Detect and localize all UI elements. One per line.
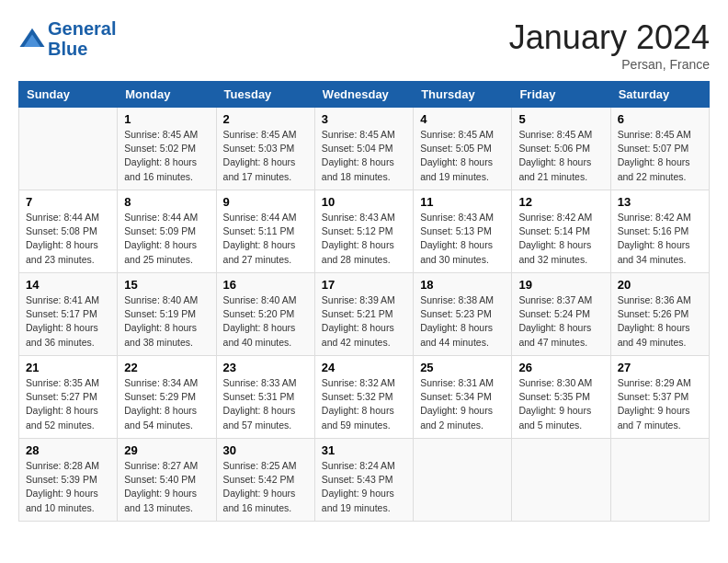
day-number: 7: [26, 195, 110, 209]
col-tuesday: Tuesday: [216, 82, 314, 108]
day-number: 5: [518, 112, 603, 126]
calendar-cell: 31Sunrise: 8:24 AMSunset: 5:43 PMDayligh…: [314, 439, 413, 522]
calendar-week-1: 7Sunrise: 8:44 AMSunset: 5:08 PMDaylight…: [19, 190, 710, 273]
calendar-cell: 1Sunrise: 8:45 AMSunset: 5:02 PMDaylight…: [118, 108, 216, 190]
page-header: General Blue January 2024 Persan, France: [18, 18, 710, 72]
col-friday: Friday: [512, 82, 610, 108]
calendar-header: Sunday Monday Tuesday Wednesday Thursday…: [19, 82, 710, 108]
calendar-cell: 30Sunrise: 8:25 AMSunset: 5:42 PMDayligh…: [216, 439, 314, 522]
day-detail: Sunrise: 8:29 AMSunset: 5:37 PMDaylight:…: [618, 376, 702, 432]
day-detail: Sunrise: 8:45 AMSunset: 5:02 PMDaylight:…: [124, 128, 209, 184]
calendar-week-0: 1Sunrise: 8:45 AMSunset: 5:02 PMDaylight…: [19, 108, 710, 190]
day-detail: Sunrise: 8:38 AMSunset: 5:23 PMDaylight:…: [420, 293, 505, 350]
month-title: January 2024: [509, 18, 710, 57]
logo: General Blue: [18, 18, 116, 59]
day-detail: Sunrise: 8:44 AMSunset: 5:11 PMDaylight:…: [223, 211, 308, 267]
day-number: 17: [322, 278, 406, 292]
day-detail: Sunrise: 8:28 AMSunset: 5:39 PMDaylight:…: [26, 459, 110, 515]
calendar-cell: 23Sunrise: 8:33 AMSunset: 5:31 PMDayligh…: [216, 356, 314, 439]
day-detail: Sunrise: 8:25 AMSunset: 5:42 PMDaylight:…: [223, 459, 308, 515]
calendar-cell: 10Sunrise: 8:43 AMSunset: 5:12 PMDayligh…: [314, 190, 413, 273]
calendar-body: 1Sunrise: 8:45 AMSunset: 5:02 PMDaylight…: [19, 108, 710, 522]
day-detail: Sunrise: 8:45 AMSunset: 5:04 PMDaylight:…: [322, 128, 406, 184]
calendar-cell: 20Sunrise: 8:36 AMSunset: 5:26 PMDayligh…: [610, 273, 709, 356]
logo-icon: [18, 25, 46, 52]
day-number: 10: [322, 195, 406, 209]
day-number: 16: [223, 278, 308, 292]
calendar-cell: 4Sunrise: 8:45 AMSunset: 5:05 PMDaylight…: [414, 108, 512, 190]
day-number: 14: [26, 278, 110, 292]
day-number: 24: [322, 361, 406, 374]
day-detail: Sunrise: 8:40 AMSunset: 5:20 PMDaylight:…: [223, 293, 308, 350]
day-number: 19: [518, 278, 603, 292]
day-number: 18: [420, 278, 505, 292]
day-number: 21: [26, 361, 110, 374]
day-detail: Sunrise: 8:43 AMSunset: 5:13 PMDaylight:…: [420, 211, 505, 267]
calendar-week-4: 28Sunrise: 8:28 AMSunset: 5:39 PMDayligh…: [19, 439, 710, 522]
day-detail: Sunrise: 8:34 AMSunset: 5:29 PMDaylight:…: [124, 376, 209, 432]
day-number: 3: [322, 112, 406, 126]
calendar-cell: 26Sunrise: 8:30 AMSunset: 5:35 PMDayligh…: [512, 356, 610, 439]
day-detail: Sunrise: 8:45 AMSunset: 5:06 PMDaylight:…: [518, 128, 603, 184]
calendar-cell: 15Sunrise: 8:40 AMSunset: 5:19 PMDayligh…: [118, 273, 216, 356]
calendar-cell: 9Sunrise: 8:44 AMSunset: 5:11 PMDaylight…: [216, 190, 314, 273]
day-detail: Sunrise: 8:44 AMSunset: 5:09 PMDaylight:…: [124, 211, 209, 267]
calendar-cell: 6Sunrise: 8:45 AMSunset: 5:07 PMDaylight…: [610, 108, 709, 190]
calendar-cell: 18Sunrise: 8:38 AMSunset: 5:23 PMDayligh…: [414, 273, 512, 356]
calendar-cell: 29Sunrise: 8:27 AMSunset: 5:40 PMDayligh…: [118, 439, 216, 522]
calendar-cell: 11Sunrise: 8:43 AMSunset: 5:13 PMDayligh…: [414, 190, 512, 273]
location: Persan, France: [509, 57, 710, 72]
calendar-cell: 27Sunrise: 8:29 AMSunset: 5:37 PMDayligh…: [610, 356, 709, 439]
day-detail: Sunrise: 8:33 AMSunset: 5:31 PMDaylight:…: [223, 376, 308, 432]
header-row: Sunday Monday Tuesday Wednesday Thursday…: [19, 82, 710, 108]
day-number: 11: [420, 195, 505, 209]
day-number: 29: [124, 443, 209, 457]
calendar-cell: 28Sunrise: 8:28 AMSunset: 5:39 PMDayligh…: [19, 439, 118, 522]
day-number: 4: [420, 112, 505, 126]
day-number: 26: [518, 361, 603, 374]
day-detail: Sunrise: 8:44 AMSunset: 5:08 PMDaylight:…: [26, 211, 110, 267]
day-number: 30: [223, 443, 308, 457]
calendar-cell: [19, 108, 118, 190]
day-number: 23: [223, 361, 308, 374]
calendar-week-2: 14Sunrise: 8:41 AMSunset: 5:17 PMDayligh…: [19, 273, 710, 356]
day-detail: Sunrise: 8:45 AMSunset: 5:05 PMDaylight:…: [420, 128, 505, 184]
calendar-cell: 5Sunrise: 8:45 AMSunset: 5:06 PMDaylight…: [512, 108, 610, 190]
day-detail: Sunrise: 8:32 AMSunset: 5:32 PMDaylight:…: [322, 376, 406, 432]
day-number: 9: [223, 195, 308, 209]
col-saturday: Saturday: [610, 82, 709, 108]
day-number: 15: [124, 278, 209, 292]
day-detail: Sunrise: 8:35 AMSunset: 5:27 PMDaylight:…: [26, 376, 110, 432]
col-wednesday: Wednesday: [314, 82, 413, 108]
day-detail: Sunrise: 8:40 AMSunset: 5:19 PMDaylight:…: [124, 293, 209, 350]
col-monday: Monday: [118, 82, 216, 108]
day-number: 20: [618, 278, 702, 292]
calendar-cell: 8Sunrise: 8:44 AMSunset: 5:09 PMDaylight…: [118, 190, 216, 273]
day-detail: Sunrise: 8:42 AMSunset: 5:14 PMDaylight:…: [518, 211, 603, 267]
day-detail: Sunrise: 8:43 AMSunset: 5:12 PMDaylight:…: [322, 211, 406, 267]
day-detail: Sunrise: 8:27 AMSunset: 5:40 PMDaylight:…: [124, 459, 209, 515]
calendar-cell: [414, 439, 512, 522]
day-number: 13: [618, 195, 702, 209]
calendar-cell: 24Sunrise: 8:32 AMSunset: 5:32 PMDayligh…: [314, 356, 413, 439]
calendar-cell: 19Sunrise: 8:37 AMSunset: 5:24 PMDayligh…: [512, 273, 610, 356]
day-detail: Sunrise: 8:45 AMSunset: 5:07 PMDaylight:…: [618, 128, 702, 184]
calendar-cell: 13Sunrise: 8:42 AMSunset: 5:16 PMDayligh…: [610, 190, 709, 273]
calendar-cell: [512, 439, 610, 522]
calendar-cell: 2Sunrise: 8:45 AMSunset: 5:03 PMDaylight…: [216, 108, 314, 190]
day-detail: Sunrise: 8:42 AMSunset: 5:16 PMDaylight:…: [618, 211, 702, 267]
day-number: 22: [124, 361, 209, 374]
day-number: 2: [223, 112, 308, 126]
title-block: January 2024 Persan, France: [509, 18, 710, 72]
logo-line2: Blue: [48, 39, 116, 59]
calendar-cell: 25Sunrise: 8:31 AMSunset: 5:34 PMDayligh…: [414, 356, 512, 439]
calendar-cell: 14Sunrise: 8:41 AMSunset: 5:17 PMDayligh…: [19, 273, 118, 356]
day-number: 12: [518, 195, 603, 209]
day-detail: Sunrise: 8:31 AMSunset: 5:34 PMDaylight:…: [420, 376, 505, 432]
calendar-cell: 16Sunrise: 8:40 AMSunset: 5:20 PMDayligh…: [216, 273, 314, 356]
calendar-cell: 21Sunrise: 8:35 AMSunset: 5:27 PMDayligh…: [19, 356, 118, 439]
logo-line1: General: [48, 18, 116, 39]
day-detail: Sunrise: 8:37 AMSunset: 5:24 PMDaylight:…: [518, 293, 603, 350]
calendar-cell: [610, 439, 709, 522]
day-detail: Sunrise: 8:30 AMSunset: 5:35 PMDaylight:…: [518, 376, 603, 432]
